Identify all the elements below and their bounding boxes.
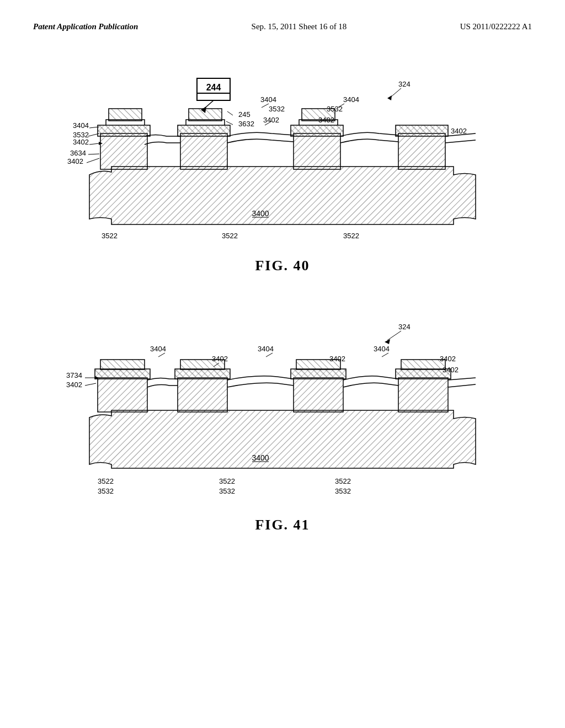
svg-text:245: 245 [238, 110, 250, 119]
svg-text:3404: 3404 [374, 345, 390, 353]
svg-text:3402: 3402 [451, 127, 467, 135]
svg-text:3404: 3404 [73, 121, 89, 130]
publication-date-sheet: Sep. 15, 2011 Sheet 16 of 18 [252, 22, 347, 31]
svg-text:3400: 3400 [252, 209, 269, 218]
svg-text:3404: 3404 [260, 95, 276, 104]
svg-text:3532: 3532 [219, 487, 235, 495]
svg-rect-63 [175, 369, 230, 379]
svg-text:3404: 3404 [150, 345, 166, 353]
svg-rect-7 [98, 125, 150, 136]
figure-40-block: 3400 [22, 48, 543, 274]
svg-text:3402: 3402 [440, 355, 456, 363]
figure-41-block: 3400 [22, 291, 543, 533]
svg-text:3402: 3402 [263, 116, 279, 124]
svg-line-72 [387, 331, 401, 340]
fig41-caption: FIG. 41 [255, 517, 310, 533]
svg-text:3522: 3522 [222, 232, 238, 240]
fig40-svg: 3400 [56, 48, 509, 252]
svg-rect-65 [294, 378, 343, 412]
svg-line-82 [266, 353, 273, 357]
svg-text:3402: 3402 [443, 366, 459, 374]
svg-text:3400: 3400 [252, 453, 269, 462]
svg-line-27 [89, 143, 99, 144]
svg-rect-68 [398, 378, 448, 412]
svg-line-78 [85, 383, 96, 386]
svg-text:3734: 3734 [66, 371, 82, 379]
svg-line-25 [226, 121, 233, 125]
svg-text:3522: 3522 [219, 477, 235, 485]
svg-text:3402: 3402 [73, 138, 89, 146]
svg-rect-70 [401, 360, 445, 370]
svg-text:3532: 3532 [335, 487, 351, 495]
svg-rect-62 [178, 378, 227, 412]
svg-text:3634: 3634 [70, 149, 86, 157]
svg-rect-66 [291, 369, 346, 379]
svg-marker-73 [385, 339, 390, 344]
svg-text:3404: 3404 [343, 95, 359, 104]
svg-rect-6 [100, 133, 147, 169]
figures-container: 3400 [0, 37, 565, 544]
svg-rect-8 [109, 109, 142, 121]
svg-text:3402: 3402 [318, 116, 334, 124]
svg-text:3402: 3402 [67, 157, 83, 165]
svg-rect-16 [396, 125, 448, 136]
svg-rect-60 [95, 369, 150, 379]
svg-rect-9 [180, 133, 227, 169]
svg-text:324: 324 [398, 323, 411, 331]
svg-text:324: 324 [398, 80, 411, 88]
page-header: Patent Application Publication Sep. 15, … [0, 0, 565, 37]
svg-rect-59 [98, 378, 147, 412]
svg-text:3532: 3532 [98, 487, 114, 495]
svg-text:3632: 3632 [238, 120, 254, 128]
svg-text:3522: 3522 [102, 232, 118, 240]
svg-text:3402: 3402 [212, 355, 228, 363]
svg-rect-15 [398, 133, 445, 169]
svg-text:3532: 3532 [73, 131, 89, 139]
svg-text:3522: 3522 [335, 477, 351, 485]
svg-line-80 [158, 353, 165, 357]
svg-rect-12 [294, 133, 340, 169]
svg-text:3522: 3522 [98, 477, 114, 485]
svg-text:244: 244 [206, 83, 221, 92]
svg-line-38 [390, 88, 401, 98]
svg-line-84 [382, 353, 388, 357]
svg-text:3404: 3404 [258, 345, 274, 353]
svg-line-36 [88, 154, 99, 154]
svg-text:3532: 3532 [327, 105, 343, 113]
fig41-svg: 3400 [56, 291, 509, 511]
svg-line-30 [87, 158, 99, 163]
svg-line-41 [262, 104, 269, 108]
publication-number: US 2011/0222222 A1 [460, 22, 532, 31]
svg-text:3532: 3532 [269, 105, 285, 113]
svg-line-23 [227, 111, 233, 115]
svg-rect-13 [291, 125, 343, 136]
fig40-caption: FIG. 40 [255, 258, 310, 274]
svg-text:3402: 3402 [66, 381, 82, 389]
svg-rect-10 [178, 125, 230, 136]
svg-marker-39 [387, 95, 392, 100]
svg-rect-61 [100, 360, 145, 370]
publication-title: Patent Application Publication [33, 22, 138, 31]
svg-text:3522: 3522 [343, 232, 359, 240]
svg-text:3402: 3402 [329, 355, 345, 363]
